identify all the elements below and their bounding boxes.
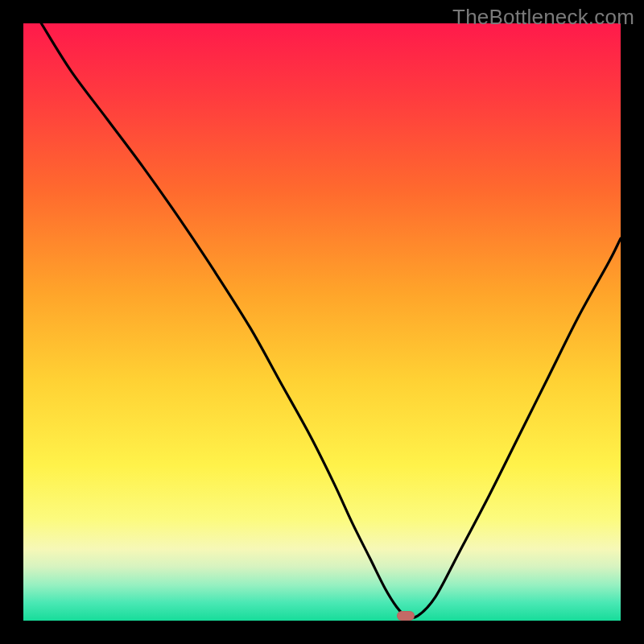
bottleneck-curve-path	[41, 23, 621, 617]
plot-area	[23, 23, 621, 621]
watermark-text: TheBottleneck.com	[452, 5, 634, 30]
chart-frame: TheBottleneck.com	[0, 0, 644, 644]
curve-layer	[23, 23, 621, 621]
optimum-marker	[397, 611, 415, 621]
